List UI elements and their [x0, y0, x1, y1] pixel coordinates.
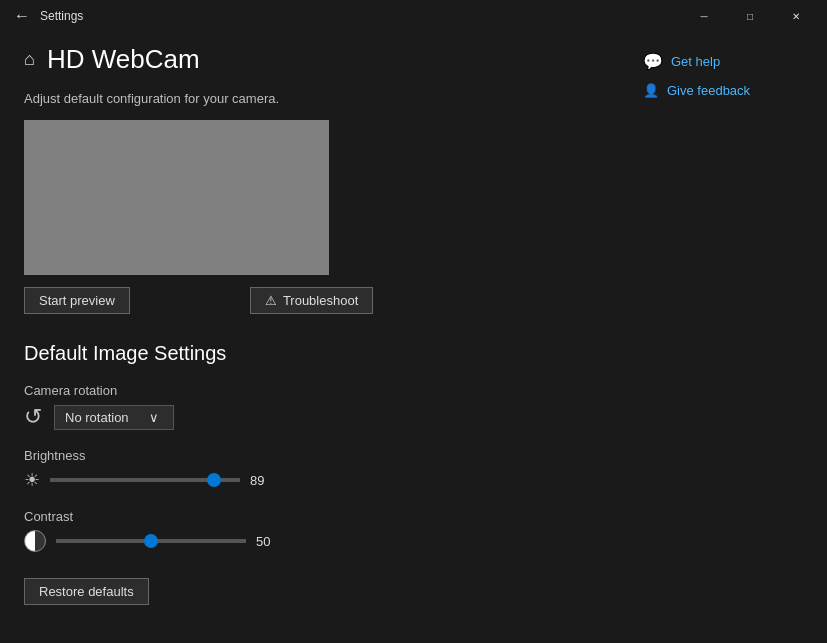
- camera-preview: [24, 120, 329, 275]
- right-panel: 💬 Get help 👤 Give feedback: [643, 44, 803, 631]
- main-content: ⌂ HD WebCam Adjust default configuration…: [0, 32, 827, 643]
- brightness-slider[interactable]: [50, 478, 240, 482]
- contrast-slider[interactable]: [56, 539, 246, 543]
- minimize-button[interactable]: ─: [681, 0, 727, 32]
- camera-rotation-icon: ↺: [24, 404, 42, 430]
- contrast-control: 50: [24, 530, 643, 552]
- help-icon: 💬: [643, 52, 663, 71]
- home-icon[interactable]: ⌂: [24, 49, 35, 70]
- brightness-control: ☀ 89: [24, 469, 643, 491]
- contrast-value: 50: [256, 534, 286, 549]
- page-title: HD WebCam: [47, 44, 200, 75]
- section-title: Default Image Settings: [24, 342, 643, 365]
- titlebar-controls: ─ □ ✕: [681, 0, 819, 32]
- buttons-row: Start preview ⚠ Troubleshoot: [24, 287, 643, 314]
- warning-icon: ⚠: [265, 293, 277, 308]
- page-title-row: ⌂ HD WebCam: [24, 44, 643, 75]
- subtitle: Adjust default configuration for your ca…: [24, 91, 643, 106]
- maximize-button[interactable]: □: [727, 0, 773, 32]
- contrast-group: Contrast 50: [24, 509, 643, 552]
- chevron-down-icon: ∨: [149, 410, 159, 425]
- brightness-value: 89: [250, 473, 280, 488]
- brightness-icon: ☀: [24, 469, 40, 491]
- titlebar-title: Settings: [40, 9, 83, 23]
- get-help-link[interactable]: 💬 Get help: [643, 52, 803, 71]
- restore-defaults-button[interactable]: Restore defaults: [24, 578, 149, 605]
- feedback-icon: 👤: [643, 83, 659, 98]
- contrast-icon: [24, 530, 46, 552]
- contrast-label: Contrast: [24, 509, 643, 524]
- start-preview-button[interactable]: Start preview: [24, 287, 130, 314]
- close-button[interactable]: ✕: [773, 0, 819, 32]
- brightness-label: Brightness: [24, 448, 643, 463]
- camera-rotation-label: Camera rotation: [24, 383, 643, 398]
- titlebar-left: ← Settings: [12, 6, 83, 26]
- camera-rotation-group: Camera rotation ↺ No rotation ∨: [24, 383, 643, 430]
- camera-rotation-row: ↺ No rotation ∨: [24, 404, 643, 430]
- give-feedback-link[interactable]: 👤 Give feedback: [643, 83, 803, 98]
- back-button[interactable]: ←: [12, 6, 32, 26]
- brightness-group: Brightness ☀ 89: [24, 448, 643, 491]
- troubleshoot-button[interactable]: ⚠ Troubleshoot: [250, 287, 373, 314]
- camera-rotation-dropdown[interactable]: No rotation ∨: [54, 405, 174, 430]
- main-area: ⌂ HD WebCam Adjust default configuration…: [24, 44, 643, 631]
- titlebar: ← Settings ─ □ ✕: [0, 0, 827, 32]
